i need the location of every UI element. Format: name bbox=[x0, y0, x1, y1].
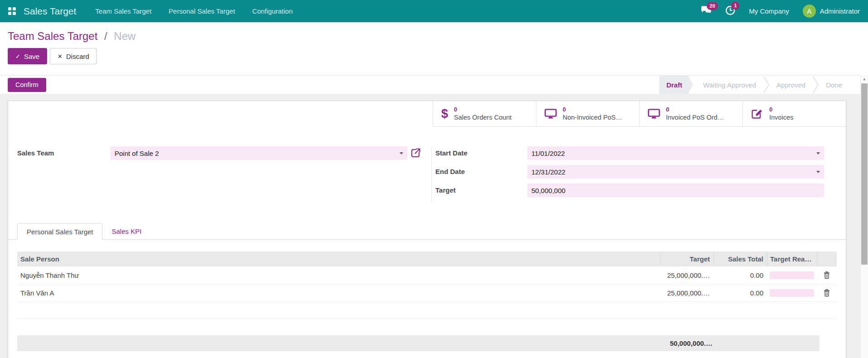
top-navbar: Sales Target Team Sales Target Personal … bbox=[0, 0, 868, 22]
menu-configuration[interactable]: Configuration bbox=[252, 7, 293, 15]
status-step-waiting-approved[interactable]: Waiting Approved bbox=[696, 76, 763, 94]
start-date-field[interactable]: 11/01/2022 bbox=[527, 146, 824, 160]
delete-row-button[interactable] bbox=[824, 289, 830, 297]
tab-personal-sales-target[interactable]: Personal Sales Target bbox=[17, 223, 102, 240]
dollar-icon: $ bbox=[441, 107, 448, 121]
avatar: A bbox=[803, 5, 816, 18]
breadcrumb-parent-link[interactable]: Team Sales Target bbox=[8, 30, 97, 42]
chevron-down-icon bbox=[816, 171, 820, 173]
table-header-row: Sale Person Target Sales Total Target Re… bbox=[17, 252, 837, 266]
form-view: $ 0 Sales Orders Count 0 Non-Invoiced Po… bbox=[0, 94, 868, 358]
menu-personal-sales-target[interactable]: Personal Sales Target bbox=[169, 7, 235, 15]
cell-target[interactable]: 25,000,000.… bbox=[660, 289, 714, 297]
stat-non-invoiced-pos-button[interactable]: 0 Non-Invoiced PoS… bbox=[536, 101, 639, 126]
col-sale-person[interactable]: Sale Person bbox=[17, 255, 660, 263]
chevron-down-icon bbox=[400, 152, 403, 155]
messages-button[interactable]: 20 bbox=[701, 6, 712, 17]
user-menu[interactable]: A Administrator bbox=[803, 5, 860, 18]
total-target: 50,000,000.… bbox=[663, 339, 716, 347]
messages-count-badge: 20 bbox=[707, 2, 718, 10]
notebook-tabs: Personal Sales Target Sales KPI bbox=[8, 223, 846, 240]
breadcrumb-separator: / bbox=[104, 30, 107, 42]
chevron-down-icon bbox=[816, 152, 820, 155]
sales-team-field[interactable]: Point of Sale 2 bbox=[111, 146, 407, 160]
status-step-done[interactable]: Done bbox=[819, 76, 849, 94]
delete-row-button[interactable] bbox=[824, 271, 830, 279]
chevron-right-icon bbox=[763, 76, 769, 94]
stat-invoiced-pos-button[interactable]: 0 Invoiced PoS Ord… bbox=[639, 101, 743, 126]
target-reached-progress bbox=[770, 271, 814, 279]
target-label: Target bbox=[435, 184, 527, 197]
breadcrumb: Team Sales Target / New bbox=[8, 29, 860, 43]
edit-icon bbox=[751, 108, 763, 119]
target-reached-progress bbox=[770, 289, 814, 297]
status-step-approved[interactable]: Approved bbox=[769, 76, 813, 94]
end-date-field[interactable]: 12/31/2022 bbox=[527, 165, 824, 179]
chevron-right-icon bbox=[813, 76, 819, 94]
tab-sales-kpi[interactable]: Sales KPI bbox=[102, 223, 150, 239]
breadcrumb-current: New bbox=[114, 30, 135, 42]
col-sales-total[interactable]: Sales Total bbox=[714, 252, 767, 266]
control-panel: Team Sales Target / New ✓ Save ✕ Discard bbox=[0, 22, 868, 75]
save-button[interactable]: ✓ Save bbox=[8, 48, 47, 64]
scrollbar-thumb[interactable] bbox=[861, 83, 868, 265]
personal-sales-target-table: Sale Person Target Sales Total Target Re… bbox=[17, 252, 837, 351]
check-icon: ✓ bbox=[15, 53, 20, 60]
cell-sales-total[interactable]: 0.00 bbox=[714, 271, 767, 279]
start-date-label: Start Date bbox=[435, 146, 527, 160]
col-actions bbox=[817, 252, 837, 266]
menu-team-sales-target[interactable]: Team Sales Target bbox=[95, 7, 151, 15]
col-target-reached[interactable]: Target Rea… bbox=[767, 252, 817, 266]
company-switcher[interactable]: My Company bbox=[749, 7, 789, 15]
table-row[interactable]: Nguyễn Thanh Thư 25,000,000.… 0.00 bbox=[17, 266, 837, 284]
monitor-icon bbox=[648, 109, 660, 119]
scroll-up-icon[interactable]: ▲ bbox=[861, 75, 868, 83]
monitor-icon bbox=[545, 109, 557, 119]
trash-icon bbox=[824, 271, 830, 279]
activities-button[interactable]: 1 bbox=[725, 5, 735, 17]
app-title[interactable]: Sales Target bbox=[24, 6, 76, 17]
col-target[interactable]: Target bbox=[660, 252, 714, 266]
status-pipeline: Draft Waiting Approved Approved Done bbox=[659, 76, 849, 94]
close-icon: ✕ bbox=[58, 53, 63, 60]
sales-team-label: Sales Team bbox=[17, 146, 111, 157]
form-sheet: $ 0 Sales Orders Count 0 Non-Invoiced Po… bbox=[8, 101, 846, 358]
status-step-draft[interactable]: Draft bbox=[659, 76, 693, 94]
stat-invoices-button[interactable]: 0 Invoices bbox=[743, 101, 846, 126]
trash-icon bbox=[824, 289, 830, 297]
activities-count-badge: 1 bbox=[731, 2, 739, 10]
cell-target[interactable]: 25,000,000.… bbox=[660, 271, 714, 279]
apps-menu-icon[interactable] bbox=[8, 7, 16, 15]
form-fields: Sales Team Point of Sale 2 Start Date bbox=[8, 146, 846, 202]
cell-sales-total[interactable]: 0.00 bbox=[714, 289, 767, 297]
external-link-icon[interactable] bbox=[410, 148, 421, 160]
cell-person[interactable]: Nguyễn Thanh Thư bbox=[17, 271, 660, 279]
stat-sales-orders-button[interactable]: $ 0 Sales Orders Count bbox=[433, 101, 536, 126]
user-name: Administrator bbox=[820, 7, 860, 15]
statusbar: Confirm Draft Waiting Approved Approved … bbox=[0, 75, 868, 94]
confirm-button[interactable]: Confirm bbox=[8, 78, 46, 92]
cell-person[interactable]: Trần Văn A bbox=[17, 289, 660, 297]
empty-row[interactable] bbox=[17, 302, 837, 319]
table-total-row: 50,000,000.… bbox=[17, 335, 820, 351]
end-date-label: End Date bbox=[435, 165, 527, 179]
table-row[interactable]: Trần Văn A 25,000,000.… 0.00 bbox=[17, 284, 837, 302]
discard-button[interactable]: ✕ Discard bbox=[50, 48, 97, 64]
vertical-scrollbar[interactable]: ▲ bbox=[860, 75, 868, 358]
target-field[interactable]: 50,000,000 bbox=[527, 184, 824, 197]
stat-button-box: $ 0 Sales Orders Count 0 Non-Invoiced Po… bbox=[433, 101, 846, 127]
